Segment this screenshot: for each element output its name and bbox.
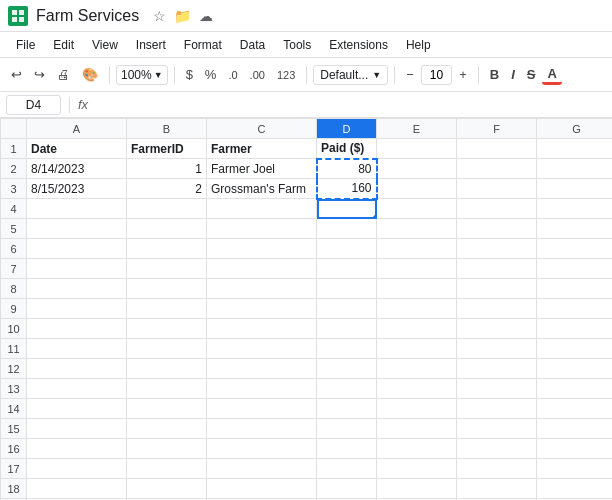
cell-E12[interactable] — [377, 359, 457, 379]
bold-button[interactable]: B — [485, 65, 504, 84]
cell-A14[interactable] — [27, 399, 127, 419]
cell-E11[interactable] — [377, 339, 457, 359]
zoom-selector[interactable]: 100% ▼ — [116, 65, 168, 85]
cell-D11[interactable] — [317, 339, 377, 359]
cell-D5[interactable] — [317, 219, 377, 239]
formula-input[interactable] — [92, 98, 606, 112]
cell-B1[interactable]: FarmerID — [127, 139, 207, 159]
decimal-less-button[interactable]: .0 — [223, 66, 242, 84]
cell-C16[interactable] — [207, 439, 317, 459]
cell-A7[interactable] — [27, 259, 127, 279]
cell-C1[interactable]: Farmer — [207, 139, 317, 159]
cell-D9[interactable] — [317, 299, 377, 319]
cell-C9[interactable] — [207, 299, 317, 319]
cell-G17[interactable] — [537, 459, 613, 479]
cell-F2[interactable] — [457, 159, 537, 179]
cell-D4[interactable] — [317, 199, 377, 219]
cell-D2[interactable]: 80 — [317, 159, 377, 179]
cell-F18[interactable] — [457, 479, 537, 499]
cell-B2[interactable]: 1 — [127, 159, 207, 179]
cell-A13[interactable] — [27, 379, 127, 399]
cell-B8[interactable] — [127, 279, 207, 299]
italic-button[interactable]: I — [506, 65, 520, 84]
cell-F10[interactable] — [457, 319, 537, 339]
cell-A17[interactable] — [27, 459, 127, 479]
cell-E4[interactable] — [377, 199, 457, 219]
menu-extensions[interactable]: Extensions — [321, 35, 396, 55]
cell-C5[interactable] — [207, 219, 317, 239]
cloud-icon[interactable]: ☁ — [199, 8, 213, 24]
cell-D17[interactable] — [317, 459, 377, 479]
cell-B4[interactable] — [127, 199, 207, 219]
menu-tools[interactable]: Tools — [275, 35, 319, 55]
undo-button[interactable]: ↩ — [6, 64, 27, 85]
cell-A18[interactable] — [27, 479, 127, 499]
cell-E3[interactable] — [377, 179, 457, 199]
paint-format-button[interactable]: 🎨 — [77, 64, 103, 85]
cell-E1[interactable] — [377, 139, 457, 159]
cell-D7[interactable] — [317, 259, 377, 279]
cell-G8[interactable] — [537, 279, 613, 299]
cell-G13[interactable] — [537, 379, 613, 399]
currency-button[interactable]: $ — [181, 64, 198, 85]
cell-F11[interactable] — [457, 339, 537, 359]
cell-C7[interactable] — [207, 259, 317, 279]
star-icon[interactable]: ☆ — [153, 8, 166, 24]
print-button[interactable]: 🖨 — [52, 64, 75, 85]
cell-D1[interactable]: Paid ($) — [317, 139, 377, 159]
cell-F16[interactable] — [457, 439, 537, 459]
cell-E5[interactable] — [377, 219, 457, 239]
cell-B3[interactable]: 2 — [127, 179, 207, 199]
cell-D10[interactable] — [317, 319, 377, 339]
menu-data[interactable]: Data — [232, 35, 273, 55]
cell-E7[interactable] — [377, 259, 457, 279]
cell-B13[interactable] — [127, 379, 207, 399]
col-header-C[interactable]: C — [207, 119, 317, 139]
cell-F12[interactable] — [457, 359, 537, 379]
cell-B16[interactable] — [127, 439, 207, 459]
cell-A6[interactable] — [27, 239, 127, 259]
cell-B7[interactable] — [127, 259, 207, 279]
cell-A16[interactable] — [27, 439, 127, 459]
strikethrough-button[interactable]: S — [522, 65, 541, 84]
cell-C18[interactable] — [207, 479, 317, 499]
cell-C15[interactable] — [207, 419, 317, 439]
cell-C8[interactable] — [207, 279, 317, 299]
cell-F17[interactable] — [457, 459, 537, 479]
cell-G16[interactable] — [537, 439, 613, 459]
cell-G14[interactable] — [537, 399, 613, 419]
cell-G9[interactable] — [537, 299, 613, 319]
menu-format[interactable]: Format — [176, 35, 230, 55]
col-header-F[interactable]: F — [457, 119, 537, 139]
cell-A10[interactable] — [27, 319, 127, 339]
text-color-button[interactable]: A — [542, 64, 561, 85]
cell-G10[interactable] — [537, 319, 613, 339]
cell-G15[interactable] — [537, 419, 613, 439]
cell-F7[interactable] — [457, 259, 537, 279]
cell-B9[interactable] — [127, 299, 207, 319]
cell-G12[interactable] — [537, 359, 613, 379]
cell-C4[interactable] — [207, 199, 317, 219]
cell-A15[interactable] — [27, 419, 127, 439]
cell-A3[interactable]: 8/15/2023 — [27, 179, 127, 199]
cell-B6[interactable] — [127, 239, 207, 259]
cell-G11[interactable] — [537, 339, 613, 359]
font-size-minus-button[interactable]: − — [401, 64, 419, 85]
cell-F9[interactable] — [457, 299, 537, 319]
cell-D3[interactable]: 160 — [317, 179, 377, 199]
cell-G7[interactable] — [537, 259, 613, 279]
cell-F1[interactable] — [457, 139, 537, 159]
fill-handle[interactable] — [373, 215, 377, 219]
cell-G18[interactable] — [537, 479, 613, 499]
font-selector[interactable]: Default... ▼ — [313, 65, 388, 85]
cell-D8[interactable] — [317, 279, 377, 299]
cell-A11[interactable] — [27, 339, 127, 359]
cell-B10[interactable] — [127, 319, 207, 339]
cell-B17[interactable] — [127, 459, 207, 479]
cell-A8[interactable] — [27, 279, 127, 299]
cell-D16[interactable] — [317, 439, 377, 459]
cell-B11[interactable] — [127, 339, 207, 359]
cell-C14[interactable] — [207, 399, 317, 419]
col-header-A[interactable]: A — [27, 119, 127, 139]
cell-B5[interactable] — [127, 219, 207, 239]
